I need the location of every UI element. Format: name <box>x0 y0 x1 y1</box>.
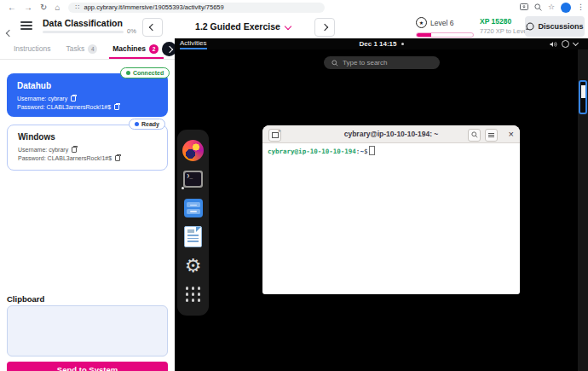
discussions-icon <box>526 22 534 31</box>
activity-title-text: 1.2 Guided Exercise <box>195 21 280 32</box>
status-text: Ready <box>141 121 159 127</box>
zoom-icon[interactable] <box>534 3 542 11</box>
tab-tasks[interactable]: Tasks 4 <box>66 38 97 59</box>
machine-password: Password: CLABL3arnersRock!1#$ <box>18 155 112 161</box>
search-icon <box>331 60 338 67</box>
terminal-menu-button[interactable] <box>485 129 498 142</box>
search-placeholder: Type to search <box>343 59 387 67</box>
course-progress-bar <box>43 31 124 33</box>
status-dot <box>126 71 130 75</box>
tab-tasks-label: Tasks <box>66 44 84 53</box>
terminal-title: cybrary@ip-10-10-10-194: ~ <box>262 130 520 138</box>
tab-machines[interactable]: Machines 2 <box>112 38 159 59</box>
activity-selector[interactable]: 1.2 Guided Exercise <box>179 14 307 38</box>
profile-avatar[interactable] <box>561 3 571 13</box>
prompt-symbol: $ <box>364 148 368 155</box>
clock[interactable]: Dec 1 14:15 <box>175 40 588 48</box>
url-text: app.cybrary.it/immersive/19055393/activi… <box>84 3 224 11</box>
notification-dot <box>401 43 404 45</box>
machine-password: Password: CLABL3arnersRock!1#$ <box>17 104 111 110</box>
status-badge-ready: Ready <box>129 119 165 130</box>
terminal-new-tab-button[interactable] <box>268 129 281 142</box>
status-dot <box>135 122 139 126</box>
collapse-sidebar-icon[interactable] <box>7 24 12 39</box>
terminal-icon[interactable]: ❯_ <box>182 168 205 190</box>
machine-card-datahub[interactable]: Datahub Username: cybrary Password: CLAB… <box>7 73 168 117</box>
level-progress-bar <box>416 32 474 38</box>
machine-username: Username: cybrary <box>17 96 67 101</box>
status-badge-connected: Connected <box>120 67 170 78</box>
workspace-switcher[interactable] <box>578 49 588 371</box>
copy-password-icon[interactable] <box>114 104 119 110</box>
machine-name: Datahub <box>17 81 158 90</box>
files-icon[interactable] <box>182 197 205 219</box>
gnome-top-bar: Activities Dec 1 14:15 <box>175 38 588 49</box>
settings-gear-icon[interactable]: ⚙ <box>182 255 205 277</box>
browser-actions: ☆ ⋮ <box>520 0 585 14</box>
reload-icon[interactable]: ↻ <box>40 3 47 12</box>
back-icon[interactable]: ← <box>8 3 16 12</box>
screen: ← → ↻ ⌂ ∷ app.cybrary.it/immersive/19055… <box>0 0 588 371</box>
browser-menu-icon[interactable]: ⋮ <box>577 3 585 11</box>
status-text: Connected <box>133 70 164 76</box>
forward-icon[interactable]: → <box>24 3 32 12</box>
menu-hamburger-icon[interactable] <box>20 21 32 30</box>
terminal-close-icon[interactable]: × <box>509 127 514 141</box>
copy-password-icon[interactable] <box>115 155 120 161</box>
discussions-button[interactable]: Discussions <box>525 16 585 37</box>
course-title: Data Classification <box>43 18 123 28</box>
terminal-titlebar[interactable]: cybrary@ip-10-10-10-194: ~ × <box>262 125 520 143</box>
firefox-icon[interactable] <box>182 140 205 162</box>
machine-name: Windows <box>18 132 157 142</box>
system-tray[interactable] <box>550 40 578 48</box>
clipboard-label: Clipboard <box>7 294 44 304</box>
desktop-search-input[interactable]: Type to search <box>324 56 440 69</box>
sidebar-tabs: Instructions Tasks 4 Machines 2 <box>0 38 175 60</box>
site-settings-icon[interactable]: ∷ <box>75 3 79 11</box>
terminal-cursor <box>369 146 375 155</box>
tab-instructions-label: Instructions <box>14 44 50 53</box>
dock: ❯_ ⚙ <box>177 130 209 316</box>
send-to-system-button[interactable]: Send to System <box>7 362 168 371</box>
install-app-icon[interactable] <box>520 3 528 11</box>
clipboard-textarea[interactable] <box>7 305 168 357</box>
tasks-count-badge: 4 <box>88 44 97 54</box>
xp-current: XP 15280 <box>480 17 511 26</box>
prompt-user-host: cybrary@ip-10-10-10-194 <box>268 148 356 155</box>
active-workspace-thumbnail[interactable] <box>579 80 587 114</box>
level-label: Level 6 <box>430 19 453 27</box>
terminal-search-button[interactable] <box>468 129 481 142</box>
sidebar: Instructions Tasks 4 Machines 2 Datahub … <box>0 38 175 371</box>
chevron-down-icon <box>285 23 291 30</box>
address-bar[interactable]: ∷ app.cybrary.it/immersive/19055393/acti… <box>68 3 325 13</box>
machine-username: Username: cybrary <box>18 147 68 153</box>
libreoffice-writer-icon[interactable] <box>182 226 205 248</box>
level-star-icon: ★ <box>416 17 427 28</box>
browser-toolbar: ← → ↻ ⌂ ∷ app.cybrary.it/immersive/19055… <box>0 0 588 14</box>
home-icon[interactable]: ⌂ <box>55 3 60 12</box>
workspace-window-preview <box>581 85 585 98</box>
next-activity-button[interactable] <box>314 18 335 37</box>
machine-card-windows[interactable]: Windows Username: cybrary Password: CLAB… <box>7 125 168 171</box>
bookmark-star-icon[interactable]: ☆ <box>548 3 555 11</box>
app-header: Data Classification 0% 1.2 Guided Exerci… <box>0 14 588 38</box>
running-indicator-dot <box>182 187 184 189</box>
tab-machines-label: Machines <box>112 44 146 53</box>
clock-text: Dec 1 14:15 <box>359 40 396 48</box>
machines-count-badge: 2 <box>149 44 159 54</box>
previous-activity-button[interactable] <box>142 18 163 37</box>
tab-instructions[interactable]: Instructions <box>14 38 50 59</box>
terminal-window[interactable]: cybrary@ip-10-10-10-194: ~ × cybrary@ip-… <box>262 125 520 294</box>
copy-username-icon[interactable] <box>71 96 76 101</box>
terminal-content[interactable]: cybrary@ip-10-10-10-194:~$ <box>263 143 519 293</box>
app-grid-icon[interactable] <box>182 283 205 305</box>
copy-username-icon[interactable] <box>72 147 77 153</box>
discussions-label: Discussions <box>538 22 583 31</box>
chevron-down-icon <box>573 40 579 46</box>
course-progress-percent: 0% <box>127 27 136 35</box>
level-widget: ★ Level 6 <box>416 17 476 38</box>
remote-desktop[interactable]: Activities Dec 1 14:15 Type to search ❯_ <box>175 38 588 371</box>
volume-icon <box>550 41 557 48</box>
power-icon <box>562 40 569 48</box>
